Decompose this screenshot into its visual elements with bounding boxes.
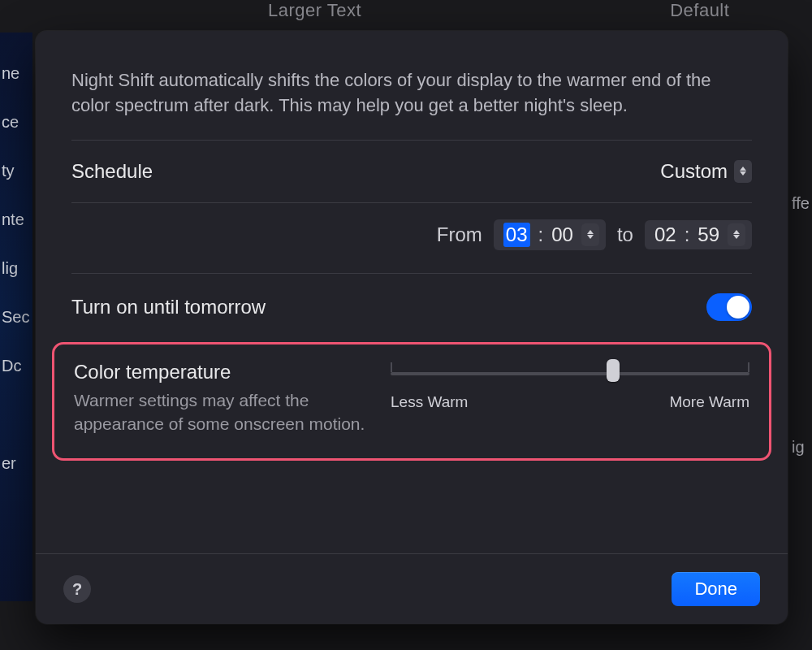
from-minute[interactable]: 00	[551, 223, 573, 246]
sidebar-fragment: ty	[0, 146, 32, 195]
sidebar-fragment: ne	[0, 49, 32, 98]
sidebar-fragment: er	[0, 439, 32, 488]
turn-on-toggle[interactable]	[706, 293, 752, 321]
to-label: to	[617, 223, 633, 246]
slider-tick	[748, 362, 749, 372]
turn-on-label: Turn on until tomorrow	[71, 296, 266, 318]
night-shift-sheet: Night Shift automatically shifts the col…	[36, 31, 788, 624]
to-time-input[interactable]: 02:59	[645, 220, 752, 249]
help-icon: ?	[72, 580, 82, 599]
right-fragment	[792, 276, 812, 325]
sidebar-fragment: Sec	[0, 292, 32, 341]
stepper-icon[interactable]	[581, 223, 599, 246]
schedule-row: Schedule Custom	[71, 141, 752, 202]
sidebar-fragment: Dc	[0, 341, 32, 390]
slider-track-line	[391, 372, 749, 375]
right-fragment: ig	[792, 422, 812, 471]
slider-thumb[interactable]	[607, 359, 620, 382]
schedule-value: Custom	[660, 160, 728, 183]
to-minute[interactable]: 59	[698, 223, 719, 246]
to-hour[interactable]: 02	[654, 223, 676, 246]
toggle-knob	[727, 296, 749, 318]
done-button[interactable]: Done	[672, 572, 760, 606]
sidebar-fragment: nte	[0, 195, 32, 244]
sidebar-fragment	[0, 390, 32, 439]
description-text: Night Shift automatically shifts the col…	[71, 62, 752, 140]
right-fragment	[792, 130, 812, 179]
color-temp-subtitle: Warmer settings may affect the appearanc…	[74, 388, 366, 436]
slider-max-label: More Warm	[669, 393, 749, 411]
slider-tick	[391, 362, 392, 372]
from-hour[interactable]: 03	[503, 223, 530, 247]
updown-icon	[734, 160, 752, 183]
color-temp-title: Color temperature	[74, 361, 366, 384]
help-button[interactable]: ?	[63, 575, 91, 603]
right-fragment	[792, 81, 812, 130]
right-fragment: ffe	[792, 179, 812, 228]
from-label: From	[437, 223, 482, 246]
color-temp-slider[interactable]	[391, 366, 749, 382]
schedule-label: Schedule	[71, 160, 153, 183]
backdrop-label-left: Larger Text	[268, 0, 361, 28]
backdrop-label-right: Default	[670, 0, 729, 28]
right-fragment	[792, 228, 812, 276]
backdrop-right: ffe ig	[792, 81, 812, 569]
backdrop-header: Larger Text Default	[0, 0, 812, 28]
backdrop-sidebar: ne ce ty nte lig Sec Dc er	[0, 32, 32, 601]
color-temperature-section: Color temperature Warmer settings may af…	[52, 342, 771, 462]
right-fragment	[792, 325, 812, 374]
time-range-row: From 03:00 to 02:59	[71, 203, 752, 273]
from-time-input[interactable]: 03:00	[494, 219, 606, 250]
sheet-footer: ? Done	[36, 553, 788, 624]
turn-on-row: Turn on until tomorrow	[71, 274, 752, 340]
schedule-select[interactable]: Custom	[660, 160, 752, 183]
slider-min-label: Less Warm	[391, 393, 468, 411]
stepper-icon[interactable]	[728, 223, 745, 246]
sidebar-fragment: ce	[0, 98, 32, 146]
right-fragment	[792, 374, 812, 422]
sidebar-fragment: lig	[0, 244, 32, 292]
